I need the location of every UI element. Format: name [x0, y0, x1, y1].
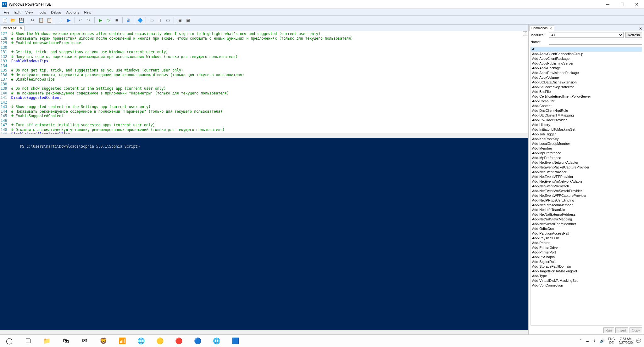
ps-icon[interactable]: 🟦 [228, 335, 243, 347]
menu-file[interactable]: File [1, 9, 12, 15]
copy-button[interactable]: Copy [630, 327, 642, 333]
tray-chevron-icon[interactable]: ˄ [579, 338, 583, 343]
command-item[interactable]: Add-VpnConnection [531, 283, 642, 288]
new-icon[interactable]: 📄 [1, 17, 8, 24]
pane2-icon[interactable]: ▣ [184, 17, 191, 24]
menu-view[interactable]: View [23, 9, 36, 15]
command-item[interactable]: Add-Computer [531, 99, 642, 104]
tray-language[interactable]: ENGDE [607, 337, 616, 345]
coin-icon[interactable]: 🟡 [152, 335, 168, 347]
edge2-icon[interactable]: 🌐 [209, 335, 225, 347]
command-item[interactable]: Add-AppxVolume [531, 75, 642, 80]
command-item[interactable]: Add-EtwTraceProvider [531, 118, 642, 122]
clear-icon[interactable]: ▫ [57, 17, 64, 24]
tray-cloud-icon[interactable]: ☁ [584, 338, 590, 343]
command-item[interactable]: Add-StorageFaultDomain [531, 264, 642, 269]
layout3-icon[interactable]: ▭ [164, 17, 171, 24]
command-item[interactable]: Add-DnsClientNrptRule [531, 108, 642, 113]
cut-icon[interactable]: ✂ [29, 17, 36, 24]
command-item[interactable]: Add-PartitionAccessPath [531, 231, 642, 236]
command-item[interactable]: Add-NetEventWFPCaptureProvider [531, 193, 642, 198]
close-commands-icon[interactable]: ✕ [549, 26, 552, 30]
command-item[interactable]: Add-JobTrigger [531, 132, 642, 137]
command-item[interactable]: Add-Type [531, 274, 642, 278]
undo-icon[interactable]: ↶ [77, 17, 84, 24]
command-item[interactable]: Add-AppvPublishingServer [531, 61, 642, 66]
command-item[interactable]: Add-InitiatorIdToMaskingSet [531, 127, 642, 132]
tray-notifications-icon[interactable]: 💬 [635, 338, 642, 343]
command-item[interactable]: Add-NetEventVmNetworkAdapter [531, 179, 642, 184]
close-panel-icon[interactable]: ✕ [639, 26, 644, 31]
command-item[interactable]: Add-NetEventVFPProvider [531, 174, 642, 179]
command-item[interactable]: Add-PhysicalDisk [531, 236, 642, 241]
command-list[interactable]: A:Add-AppvClientConnectionGroupAdd-AppvC… [530, 47, 642, 326]
copy-icon[interactable]: 📋 [37, 17, 44, 24]
command-item[interactable]: Add-History [531, 122, 642, 127]
run-selection-icon[interactable]: ▷ [105, 17, 112, 24]
session-icon[interactable]: 🔷 [136, 17, 143, 24]
command-item[interactable]: Add-SignerRule [531, 259, 642, 264]
name-input[interactable] [549, 39, 642, 45]
command-item[interactable]: Add-NetNatExternalAddress [531, 212, 642, 217]
explorer-icon[interactable]: 📁 [39, 335, 55, 347]
command-item[interactable]: Add-DtcClusterTMMapping [531, 113, 642, 118]
command-item[interactable]: Add-BitLockerKeyProtector [531, 85, 642, 89]
stop-icon[interactable]: ■ [113, 17, 120, 24]
console-pane[interactable]: PS C:\Users\marti\Downloads\Sophia.5.0.1… [0, 138, 528, 330]
tray-network-icon[interactable]: 🖧 [591, 338, 597, 343]
menu-tools[interactable]: Tools [35, 9, 48, 15]
script-tab[interactable]: Preset.ps1 ✕ [1, 25, 25, 31]
command-item[interactable]: Add-TargetPortToMaskingSet [531, 269, 642, 274]
commands-tab[interactable]: Commands ✕ [529, 25, 554, 31]
modules-select[interactable]: All [549, 32, 624, 38]
command-item[interactable]: Add-PrinterDriver [531, 245, 642, 250]
code-area[interactable]: # Show the Windows welcome experiences a… [10, 31, 528, 134]
command-item[interactable]: Add-VirtualDiskToMaskingSet [531, 278, 642, 283]
command-item[interactable]: Add-AppxPackage [531, 66, 642, 71]
insert-button[interactable]: Insert [615, 327, 629, 333]
save-icon[interactable]: 💾 [18, 17, 25, 24]
maximize-button[interactable]: ☐ [615, 0, 630, 9]
run-icon[interactable]: ▶ [97, 17, 104, 24]
arrow-icon[interactable]: ▶ [65, 17, 72, 24]
command-item[interactable]: Add-NetEventProvider [531, 170, 642, 174]
command-item[interactable]: Add-NetEventNetworkAdapter [531, 160, 642, 165]
close-tab-icon[interactable]: ✕ [20, 26, 22, 30]
command-item[interactable]: Add-NetLbfoTeamMember [531, 203, 642, 208]
app-icon[interactable]: 🔵 [190, 335, 206, 347]
command-item[interactable]: Add-Printer [531, 241, 642, 245]
script-editor[interactable]: 127 128 129 130 131 132 133 134 135 136 … [0, 31, 528, 134]
command-item[interactable]: Add-BitsFile [531, 89, 642, 94]
opera-icon[interactable]: 🔴 [171, 335, 187, 347]
command-item[interactable]: Add-CertificateEnrollmentPolicyServer [531, 94, 642, 99]
command-item[interactable]: Add-NetEventVmSwitch [531, 184, 642, 189]
layout1-icon[interactable]: ▭ [148, 17, 155, 24]
command-item[interactable]: Add-NetNatStaticMapping [531, 217, 642, 222]
command-item[interactable]: Add-AppxProvisionedPackage [531, 71, 642, 75]
minimize-button[interactable]: ─ [601, 0, 615, 9]
command-item[interactable]: Add-BCDataCacheExtension [531, 80, 642, 85]
command-item[interactable]: Add-AppvClientConnectionGroup [531, 52, 642, 56]
tray-volume-icon[interactable]: 🔊 [599, 338, 606, 343]
refresh-button[interactable]: Refresh [625, 32, 642, 38]
command-item[interactable]: Add-Content [531, 104, 642, 108]
command-item[interactable]: Add-NetEventVmSwitchProvider [531, 189, 642, 193]
run-button[interactable]: Run [603, 327, 614, 333]
editor-scrollbar[interactable] [0, 134, 528, 138]
open-icon[interactable]: 📂 [9, 17, 16, 24]
command-item[interactable]: Add-NetIPHttpsCertBinding [531, 198, 642, 203]
command-item[interactable]: A: [531, 47, 642, 52]
pane1-icon[interactable]: ▣ [176, 17, 183, 24]
command-item[interactable]: Add-NetLbfoTeamNic [531, 208, 642, 212]
command-item[interactable]: Add-NetEventPacketCaptureProvider [531, 165, 642, 170]
mail-icon[interactable]: ✉ [77, 335, 92, 347]
start-icon[interactable]: ◯ [1, 335, 17, 347]
command-item[interactable]: Add-NetSwitchTeamMember [531, 222, 642, 226]
command-item[interactable]: Add-KdsRootKey [531, 137, 642, 141]
command-item[interactable]: Add-AppvClientPackage [531, 56, 642, 61]
menu-edit[interactable]: Edit [12, 9, 23, 15]
store-icon[interactable]: 🛍 [58, 335, 74, 347]
menu-help[interactable]: Help [81, 9, 94, 15]
command-item[interactable]: Add-OdbcDsn [531, 226, 642, 231]
command-item[interactable]: Add-MpPreference [531, 156, 642, 160]
